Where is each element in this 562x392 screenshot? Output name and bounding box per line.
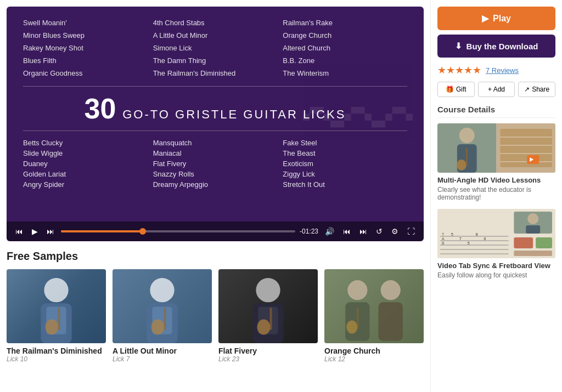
lick-exoticism: Exoticism <box>283 160 407 168</box>
samples-grid: The Railman's Diminished Lick 10 <box>7 269 424 363</box>
lick-golden-lariat: Golden Lariat <box>23 170 148 178</box>
svg-point-8 <box>151 319 164 334</box>
svg-point-10 <box>256 278 280 302</box>
lick-flat-fivery: Flat Fivery <box>153 160 278 168</box>
sample-thumbnail-1 <box>7 269 106 344</box>
svg-point-0 <box>44 278 68 302</box>
fullscreen-button[interactable]: ⛶ <box>405 226 417 237</box>
rating-row: ★★★★★ 7 Reviews <box>437 64 555 76</box>
main-layout: 〰 Swell Moanin' 4th Chord Stabs Railman'… <box>0 0 562 392</box>
lick-swell-moanin: Swell Moanin' <box>23 18 148 28</box>
svg-rect-37 <box>526 225 540 234</box>
video-controls: ⏮ ▶ ⏭ -01:23 🔊 ⏮ ⏭ ↺ ⚙ ⛶ <box>7 221 424 241</box>
sample-card-4[interactable]: Orange Church Lick 12 <box>324 269 424 363</box>
svg-text:A: A <box>442 237 445 241</box>
sample-card-2[interactable]: A Little Out Minor Lick 7 <box>113 269 212 363</box>
rewind-button[interactable]: ⏮ <box>13 226 25 237</box>
svg-rect-52 <box>536 237 552 248</box>
svg-point-5 <box>150 278 174 302</box>
settings-button[interactable]: ⚙ <box>389 226 401 237</box>
sample-title-2: A Little Out Minor <box>113 346 212 355</box>
free-samples-heading: Free Samples <box>7 250 424 263</box>
detail-title-1: Multi-Angle HD Video Lessons <box>437 176 555 184</box>
lick-the-winterism: The Winterism <box>283 68 407 78</box>
sample-subtitle-4: Lick 12 <box>324 355 424 363</box>
detail-thumbnail-1 <box>437 123 555 173</box>
lick-the-damn-thing: The Damn Thing <box>153 55 278 66</box>
lick-simone-lick: Simone Lick <box>153 43 278 53</box>
download-icon: ⬇ <box>455 41 462 51</box>
progress-thumb <box>139 228 146 235</box>
lick-duaney: Duaney <box>23 160 148 168</box>
svg-text:5: 5 <box>468 241 470 245</box>
detail-thumbnail-2: T A B 5 7 5 8 6 <box>437 209 555 258</box>
licks-grid-top: Swell Moanin' 4th Chord Stabs Railman's … <box>23 18 407 78</box>
sample-thumbnail-4 <box>324 269 424 344</box>
sample-subtitle-3: Lick 23 <box>218 355 318 363</box>
share-button[interactable]: ↗ Share <box>518 82 555 97</box>
buy-button[interactable]: ⬇ Buy the Download <box>437 35 555 58</box>
lick-bb-zone: B.B. Zone <box>283 55 407 66</box>
svg-point-24 <box>457 160 467 171</box>
gift-button[interactable]: 🎁 Gift <box>437 82 475 97</box>
lick-organic-goodness: Organic Goodness <box>23 68 148 78</box>
sample-card-1[interactable]: The Railman's Diminished Lick 10 <box>7 269 106 363</box>
svg-point-22 <box>459 128 475 143</box>
course-details: Course Details <box>437 105 555 279</box>
lick-snazzy-rolls: Snazzy Rolls <box>153 170 278 178</box>
lick-ziggy-lick: Ziggy Lick <box>283 170 407 178</box>
sample-card-3[interactable]: Flat Fivery Lick 23 <box>218 269 318 363</box>
svg-point-19 <box>346 320 357 333</box>
lick-railmans-diminished: The Railman's Diminished <box>153 68 278 78</box>
share-icon: ↗ <box>524 86 530 93</box>
review-count[interactable]: 7 Reviews <box>486 66 519 75</box>
svg-rect-18 <box>379 302 403 340</box>
lick-angry-spider: Angry Spider <box>23 180 148 189</box>
svg-rect-53 <box>514 251 552 256</box>
lick-betts-clucky: Betts Clucky <box>23 139 148 147</box>
lick-count: 30 <box>85 93 116 124</box>
share-label: Share <box>532 86 549 93</box>
progress-fill <box>61 230 143 232</box>
lick-minor-blues-sweep: Minor Blues Sweep <box>23 30 148 41</box>
svg-rect-4 <box>58 308 60 329</box>
progress-bar[interactable] <box>61 230 295 232</box>
lick-railmans-rake: Railman's Rake <box>283 18 407 28</box>
buy-label: Buy the Download <box>467 42 538 51</box>
course-details-title: Course Details <box>437 105 555 118</box>
lick-4th-chord-stabs: 4th Chord Stabs <box>153 18 278 28</box>
detail-item-1: Multi-Angle HD Video Lessons Clearly see… <box>437 123 555 201</box>
skip-forward-button[interactable]: ⏭ <box>357 226 369 237</box>
svg-text:8: 8 <box>476 232 478 236</box>
lick-altered-church: Altered Church <box>283 43 407 53</box>
lick-maniacal: Maniacal <box>153 149 278 157</box>
volume-button[interactable]: 🔊 <box>323 226 336 237</box>
video-player[interactable]: 〰 Swell Moanin' 4th Chord Stabs Railman'… <box>7 7 424 241</box>
detail-desc-1: Clearly see what the educator is demonst… <box>437 186 555 201</box>
gift-icon: 🎁 <box>446 86 454 93</box>
licks-grid-bottom: Betts Clucky Mansquatch Fake Steel Slide… <box>23 139 407 189</box>
lick-fake-steel: Fake Steel <box>283 139 407 147</box>
sample-title-3: Flat Fivery <box>218 346 318 355</box>
title-banner: 30 GO-TO GRISTLE GUITAR LICKS <box>23 86 407 131</box>
lick-slide-wiggle: Slide Wiggle <box>23 149 148 157</box>
lick-a-little-out-minor: A Little Out Minor <box>153 30 278 41</box>
detail-item-2: T A B 5 7 5 8 6 Video T <box>437 209 555 279</box>
play-button[interactable]: ▶ Play <box>437 7 555 30</box>
sample-thumbnail-3 <box>218 269 318 344</box>
add-label: + Add <box>488 86 505 93</box>
lick-dreamy-arpeggio: Dreamy Arpeggio <box>153 180 278 189</box>
fast-forward-button[interactable]: ⏭ <box>44 226 57 237</box>
add-button[interactable]: + Add <box>478 82 515 97</box>
svg-point-3 <box>45 319 58 334</box>
svg-point-15 <box>347 280 367 300</box>
svg-text:B: B <box>442 241 445 245</box>
svg-rect-51 <box>514 237 533 248</box>
lick-stretch-it-out: Stretch It Out <box>283 180 407 189</box>
svg-rect-25 <box>466 148 468 166</box>
svg-point-36 <box>527 213 538 224</box>
skip-back-button[interactable]: ⏮ <box>341 226 353 237</box>
content-area: 〰 Swell Moanin' 4th Chord Stabs Railman'… <box>0 0 430 392</box>
repeat-button[interactable]: ↺ <box>374 226 385 237</box>
play-pause-button[interactable]: ▶ <box>30 226 40 237</box>
